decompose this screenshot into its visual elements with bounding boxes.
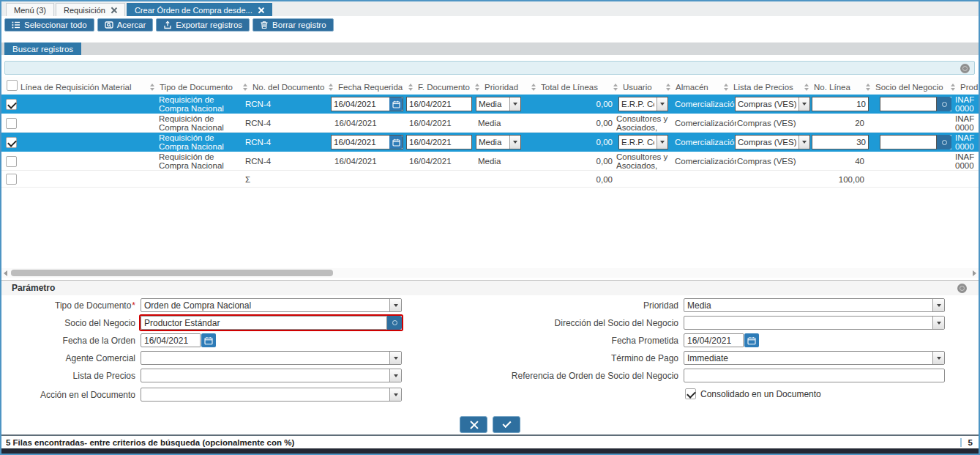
sort-icon[interactable] (329, 84, 334, 91)
column-header-f-documento[interactable]: F. Documento (418, 83, 470, 92)
tab-requisicion[interactable]: Requisición (56, 3, 125, 16)
fecha-requerida-input[interactable] (332, 136, 389, 149)
usuario-select[interactable] (619, 97, 657, 111)
column-header-tipo-documento[interactable]: Tipo de Documento (160, 83, 233, 92)
chevron-down-icon[interactable] (932, 352, 944, 364)
fecha-prometida-input[interactable] (684, 334, 743, 347)
sort-icon[interactable] (666, 84, 671, 91)
parameter-panel-title: Parámetro (12, 283, 55, 293)
socio-negocio-input[interactable] (880, 135, 937, 149)
chevron-down-icon[interactable] (932, 317, 944, 329)
column-header-almacen[interactable]: Almacén (676, 83, 708, 92)
sort-icon[interactable] (804, 84, 809, 91)
column-header-linea-requisicion[interactable]: Línea de Requisición Material (20, 83, 132, 92)
chevron-down-icon[interactable] (798, 97, 809, 111)
table-row[interactable]: Requisición de Compra Nacional RCN-4 16/… (1, 152, 979, 171)
column-header-no-documento[interactable]: No. del Documento (253, 83, 324, 92)
field-label: Referencia de Orden de Socio del Negocio (397, 369, 678, 382)
sort-icon[interactable] (613, 84, 618, 91)
tab-menu[interactable]: Menú (3) (6, 3, 54, 16)
dialog-actions (1, 416, 979, 434)
cell-total-lineas: 0,00 (525, 152, 613, 171)
sort-icon[interactable] (243, 84, 248, 91)
f-documento-input[interactable] (407, 136, 471, 149)
close-icon[interactable] (111, 7, 117, 13)
close-icon[interactable] (258, 7, 264, 13)
select-all-checkbox[interactable] (7, 80, 18, 91)
scroll-right-icon[interactable] (973, 270, 976, 276)
column-header-lista-precios[interactable]: Lista de Precios (733, 83, 793, 92)
confirm-button[interactable] (493, 416, 520, 433)
f-documento-input[interactable] (407, 97, 471, 111)
sort-icon[interactable] (150, 84, 155, 91)
row-checkbox[interactable] (6, 174, 17, 185)
tab-crear-orden-compra[interactable]: Crear Órden de Compra desde... (127, 3, 272, 16)
delete-button[interactable]: Borrar registro (253, 18, 334, 32)
chevron-down-icon[interactable] (657, 97, 667, 111)
sort-icon[interactable] (531, 84, 536, 91)
sort-icon[interactable] (475, 84, 480, 91)
row-checkbox[interactable] (6, 99, 17, 110)
select-all-button[interactable]: Seleccionar todo (4, 18, 94, 32)
sort-icon[interactable] (951, 84, 956, 91)
fecha-requerida-input[interactable] (332, 97, 389, 111)
direccion-socio-select[interactable] (684, 317, 932, 329)
termino-pago-select[interactable] (684, 352, 932, 364)
table-row[interactable]: Requisición de Compra Nacional RCN-4 0,0… (1, 95, 979, 114)
referencia-orden-input[interactable] (684, 369, 944, 382)
horizontal-scrollbar[interactable] (1, 268, 979, 278)
table-row[interactable]: Requisición de Compra Nacional RCN-4 0,0… (1, 133, 979, 152)
chevron-down-icon[interactable] (657, 136, 667, 149)
row-checkbox[interactable] (6, 137, 17, 148)
lista-precios-select[interactable] (736, 97, 798, 111)
consolidado-checkbox[interactable] (685, 388, 696, 399)
row-checkbox[interactable] (6, 118, 17, 129)
column-header-fecha-requerida[interactable]: Fecha Requerida (338, 83, 403, 92)
record-icon[interactable] (937, 135, 951, 149)
prioridad-select[interactable] (476, 136, 509, 149)
record-info-icon[interactable] (960, 64, 970, 73)
calendar-icon[interactable] (389, 136, 403, 149)
scrollbar-thumb[interactable] (11, 270, 333, 276)
zoom-button[interactable]: Acercar (97, 18, 154, 32)
chevron-down-icon[interactable] (798, 136, 809, 149)
chevron-down-icon[interactable] (509, 136, 520, 149)
sort-icon[interactable] (408, 84, 414, 91)
cell-total-lineas: 0,00 (525, 95, 613, 114)
chevron-down-icon[interactable] (389, 388, 401, 401)
cancel-button[interactable] (460, 416, 487, 433)
sort-icon[interactable] (866, 84, 871, 91)
tab-requisicion-label: Requisición (64, 6, 105, 15)
bottom-strip (1, 448, 979, 454)
column-header-socio-negocio[interactable]: Socio del Negocio (875, 83, 943, 92)
scroll-left-icon[interactable] (4, 270, 7, 276)
cell-prioridad: Media (476, 152, 524, 171)
tab-buscar-registros[interactable]: Buscar registros (4, 42, 81, 55)
column-header-no-linea[interactable]: No. Línea (814, 83, 850, 92)
no-linea-input[interactable] (812, 97, 868, 111)
column-header-total-lineas[interactable]: Total de Líneas (541, 83, 598, 92)
chevron-down-icon[interactable] (932, 299, 944, 311)
calendar-icon[interactable] (389, 97, 403, 111)
accion-documento-select[interactable] (141, 388, 389, 401)
record-info-icon[interactable] (957, 284, 967, 293)
prioridad-select[interactable] (476, 97, 509, 111)
calendar-icon[interactable] (744, 333, 759, 347)
column-header-usuario[interactable]: Usuario (623, 83, 652, 92)
sort-icon[interactable] (724, 84, 729, 91)
column-header-producto[interactable]: Prod (960, 83, 978, 92)
cell-f-documento: 16/04/2021 (406, 114, 475, 133)
export-icon (163, 21, 172, 29)
search-input[interactable] (5, 62, 974, 74)
chevron-down-icon[interactable] (509, 97, 520, 111)
no-linea-input[interactable] (812, 136, 868, 149)
prioridad-select[interactable] (684, 299, 932, 311)
record-icon[interactable] (937, 97, 951, 111)
lista-precios-select[interactable] (736, 136, 798, 149)
row-checkbox[interactable] (6, 156, 17, 167)
export-button[interactable]: Exportar registros (156, 18, 250, 32)
table-row[interactable]: Requisición de Compra Nacional RCN-4 16/… (1, 114, 979, 133)
socio-negocio-input[interactable] (880, 97, 937, 111)
column-header-prioridad[interactable]: Prioridad (485, 83, 518, 92)
usuario-select[interactable] (619, 136, 657, 149)
